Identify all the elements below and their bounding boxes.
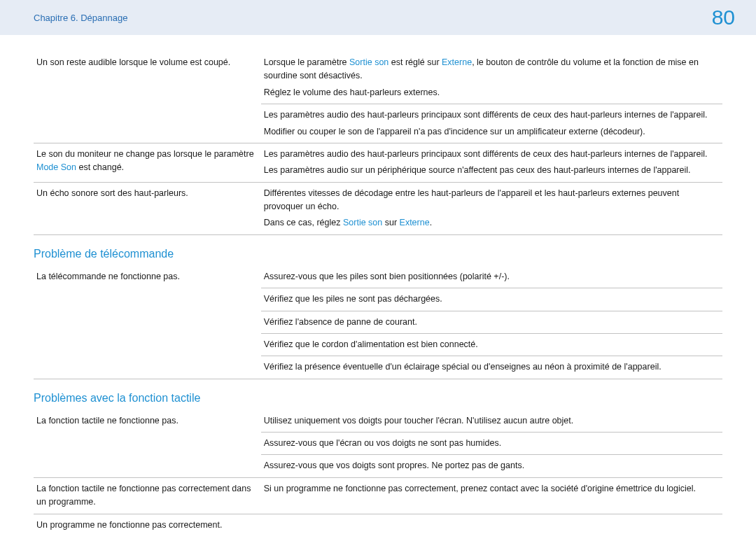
solution-cell: Lorsque le paramètre Sortie son est régl… [261, 52, 722, 104]
solution-cell: Assurez-vous que vos doigts sont propres… [261, 455, 722, 477]
keyword: Mode Son [36, 162, 76, 172]
text: Réglez le volume des haut-parleurs exter… [264, 87, 440, 97]
text: Modifier ou couper le son de l'appareil … [264, 127, 645, 136]
solution-cell: Assurez-vous que les piles sont bien pos… [261, 266, 722, 288]
chapter-label: Chapitre 6. Dépannage [34, 13, 127, 23]
solution-cell: Si un programme ne fonctionne pas correc… [261, 477, 722, 514]
remote-issues-table: La télécommande ne fonctionne pas. Assur… [34, 266, 722, 379]
page-number: 80 [712, 6, 735, 29]
text: est changé. [76, 162, 124, 172]
solution-cell: Assurez-vous que l'écran ou vos doigts n… [261, 433, 722, 455]
solution-cell: Vérifiez la présence éventuelle d'un écl… [261, 356, 722, 379]
table-row: La fonction tactile ne fonctionne pas co… [34, 477, 722, 514]
text: Différentes vitesses de décodage entre l… [264, 188, 679, 211]
issue-cell: La fonction tactile ne fonctionne pas co… [34, 477, 261, 514]
solution-cell [261, 514, 722, 534]
solution-cell: Vérifiez que le cordon d'alimentation es… [261, 333, 722, 356]
solution-cell: Vérifiez l'absence de panne de courant. [261, 311, 722, 333]
solution-cell: Différentes vitesses de décodage entre l… [261, 182, 722, 234]
text: sur [382, 218, 399, 227]
keyword: Sortie son [343, 218, 382, 227]
solution-cell: Les paramètres audio des haut-parleurs p… [261, 143, 722, 182]
text: Lorsque le paramètre [264, 57, 349, 67]
table-row: Le son du moniteur ne change pas lorsque… [34, 143, 722, 182]
text: Les paramètres audio sur un périphérique… [264, 165, 691, 175]
text: est réglé sur [388, 57, 442, 67]
touch-issues-table: La fonction tactile ne fonctionne pas. U… [34, 410, 722, 534]
issue-cell: Un écho sonore sort des haut-parleurs. [34, 182, 261, 234]
text: Dans ce cas, réglez [264, 218, 343, 227]
sound-issues-table: Un son reste audible lorsque le volume e… [34, 52, 722, 235]
text: Les paramètres audio des haut-parleurs p… [264, 110, 708, 120]
issue-cell: La télécommande ne fonctionne pas. [34, 266, 261, 379]
page-header: Chapitre 6. Dépannage 80 [0, 0, 756, 35]
keyword: Externe [400, 218, 430, 227]
text: Les paramètres audio des haut-parleurs p… [264, 149, 708, 159]
table-row: La télécommande ne fonctionne pas. Assur… [34, 266, 722, 288]
issue-cell: Le son du moniteur ne change pas lorsque… [34, 143, 261, 182]
table-row: Un programme ne fonctionne pas correctem… [34, 514, 722, 534]
table-row: Un son reste audible lorsque le volume e… [34, 52, 722, 104]
table-row: Un écho sonore sort des haut-parleurs. D… [34, 182, 722, 234]
page-content: Un son reste audible lorsque le volume e… [0, 35, 756, 534]
solution-cell: Utilisez uniquement vos doigts pour touc… [261, 410, 722, 433]
section-title-remote: Problème de télécommande [34, 248, 722, 260]
solution-cell: Les paramètres audio des haut-parleurs p… [261, 104, 722, 143]
keyword: Externe [442, 57, 472, 67]
issue-cell: Un programme ne fonctionne pas correctem… [34, 514, 261, 534]
keyword: Sortie son [349, 57, 388, 67]
solution-cell: Vérifiez que les piles ne sont pas décha… [261, 288, 722, 311]
text: . [430, 218, 432, 227]
section-title-touch: Problèmes avec la fonction tactile [34, 392, 722, 405]
table-row: La fonction tactile ne fonctionne pas. U… [34, 410, 722, 433]
issue-cell: Un son reste audible lorsque le volume e… [34, 52, 261, 143]
text: Le son du moniteur ne change pas lorsque… [36, 149, 254, 159]
issue-cell: La fonction tactile ne fonctionne pas. [34, 410, 261, 478]
